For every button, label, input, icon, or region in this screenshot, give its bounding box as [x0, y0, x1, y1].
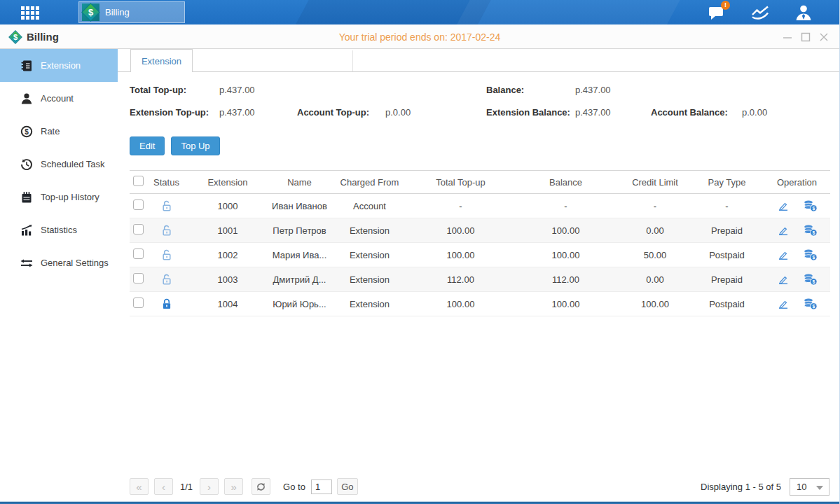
sidebar-item-label: Account: [41, 93, 74, 104]
statistics-chart-icon: [20, 224, 33, 237]
cell-credit-limit: 100.00: [620, 292, 690, 316]
column-header-charged-from[interactable]: Charged From: [329, 171, 410, 194]
top-up-coins-icon[interactable]: $: [804, 249, 818, 261]
svg-text:$: $: [812, 255, 815, 260]
edit-pencil-icon[interactable]: [777, 248, 790, 261]
column-header-operation[interactable]: Operation: [764, 171, 830, 194]
notifications-message-icon[interactable]: !: [708, 4, 726, 22]
notification-badge: !: [721, 1, 730, 10]
last-page-icon[interactable]: »: [224, 478, 243, 495]
total-topup-label: Total Top-up:: [130, 85, 186, 95]
account-topup-value: p.0.00: [385, 107, 411, 118]
table-header-row: Status Extension Name Charged From Total…: [130, 171, 830, 194]
top-up-coins-icon[interactable]: $: [804, 298, 818, 310]
row-checkbox[interactable]: [133, 200, 144, 210]
sidebar-item-rate[interactable]: $ Rate: [0, 115, 118, 148]
account-topup-label: Account Top-up:: [297, 107, 369, 118]
sidebar-item-extension[interactable]: Extension: [0, 49, 118, 82]
top-up-coins-icon[interactable]: $: [804, 225, 818, 237]
cell-charged-from: Extension: [329, 243, 410, 267]
reports-chart-icon[interactable]: [751, 4, 769, 22]
minimize-icon[interactable]: [782, 31, 793, 43]
next-page-icon[interactable]: ›: [200, 478, 219, 495]
maximize-icon[interactable]: [800, 31, 811, 43]
column-header-total-topup[interactable]: Total Top-up: [410, 171, 511, 194]
account-balance-label: Account Balance:: [651, 107, 728, 118]
account-person-icon: [20, 92, 33, 105]
topup-history-notepad-icon: [20, 191, 33, 204]
sidebar-item-account[interactable]: Account: [0, 82, 118, 115]
table-row[interactable]: 1004 Юрий Юрь... Extension 100.00 100.00…: [130, 292, 830, 316]
status-unlocked-icon: [161, 274, 172, 286]
row-checkbox[interactable]: [133, 248, 144, 259]
tab-strip: Extension: [118, 49, 839, 72]
svg-text:$: $: [812, 304, 815, 309]
sidebar-item-label: Scheduled Task: [41, 159, 105, 169]
sidebar-item-topup-history[interactable]: Top-up History: [0, 181, 118, 214]
rate-dollar-icon: $: [20, 125, 33, 138]
close-icon[interactable]: [818, 31, 829, 43]
trial-period-notice: Your trial period ends on: 2017-02-24: [0, 31, 839, 43]
sidebar-item-general-settings[interactable]: General Settings: [0, 246, 118, 279]
table-row[interactable]: 1003 Дмитрий Д... Extension 112.00 112.0…: [130, 267, 830, 292]
cell-charged-from: Account: [329, 194, 410, 218]
tab-extension[interactable]: Extension: [130, 49, 193, 72]
sidebar: Extension Account $ Rate: [0, 49, 118, 501]
select-all-checkbox[interactable]: [133, 176, 144, 186]
go-button[interactable]: Go: [337, 478, 358, 495]
status-locked-icon: [161, 298, 172, 310]
first-page-icon[interactable]: «: [130, 478, 149, 495]
page-size-value: 10: [797, 482, 806, 492]
edit-pencil-icon[interactable]: [777, 200, 790, 212]
edit-button[interactable]: Edit: [130, 136, 165, 155]
top-up-coins-icon[interactable]: $: [804, 274, 818, 286]
cell-pay-type: Postpaid: [690, 292, 764, 316]
main-content: Extension Total Top-up: p.437.00 Balance…: [118, 49, 839, 501]
column-header-pay-type[interactable]: Pay Type: [690, 171, 764, 194]
sidebar-item-statistics[interactable]: Statistics: [0, 214, 118, 246]
top-up-coins-icon[interactable]: $: [804, 200, 818, 212]
pagination-bar: « ‹ 1/1 › » Go to Go Displaying: [130, 477, 829, 496]
cell-extension: 1003: [186, 267, 270, 292]
cell-charged-from: Extension: [329, 267, 410, 292]
table-row[interactable]: 1002 Мария Ива... Extension 100.00 100.0…: [130, 243, 830, 267]
column-header-credit-limit[interactable]: Credit Limit: [620, 171, 690, 194]
window-controls: [782, 24, 829, 49]
goto-page-input[interactable]: [311, 479, 332, 494]
column-header-status[interactable]: Status: [147, 171, 186, 194]
cell-total-topup: 100.00: [410, 292, 511, 316]
row-checkbox[interactable]: [133, 273, 144, 284]
page-size-select[interactable]: 10: [790, 478, 829, 496]
cell-extension: 1000: [186, 194, 270, 218]
column-header-balance[interactable]: Balance: [511, 171, 620, 194]
billing-app-window: $ Billing !: [0, 0, 840, 504]
edit-pencil-icon[interactable]: [777, 298, 790, 310]
sidebar-item-label: Statistics: [41, 225, 77, 235]
refresh-icon[interactable]: [252, 478, 270, 495]
edit-pencil-icon[interactable]: [777, 273, 790, 286]
top-up-button[interactable]: Top Up: [171, 136, 219, 155]
column-header-extension[interactable]: Extension: [186, 171, 270, 194]
app-launcher-grid-icon[interactable]: [21, 6, 39, 20]
previous-page-icon[interactable]: ‹: [154, 478, 173, 495]
user-account-icon[interactable]: [794, 4, 813, 22]
taskbar: $ Billing !: [0, 0, 839, 24]
sidebar-item-label: Top-up History: [41, 192, 99, 202]
row-checkbox[interactable]: [133, 224, 144, 234]
cell-credit-limit: 0.00: [620, 218, 690, 243]
row-checkbox[interactable]: [133, 298, 144, 308]
taskbar-tab-billing[interactable]: $ Billing: [78, 1, 185, 23]
cell-name: Петр Петров: [270, 218, 329, 243]
svg-text:$: $: [25, 127, 29, 135]
cell-extension: 1002: [186, 243, 270, 267]
edit-pencil-icon[interactable]: [777, 224, 790, 237]
table-row[interactable]: 1000 Иван Иванов Account - - - -: [130, 194, 830, 218]
extension-balance-label: Extension Balance:: [486, 107, 570, 118]
cell-name: Иван Иванов: [270, 194, 329, 218]
cell-extension: 1001: [186, 218, 270, 243]
table-row[interactable]: 1001 Петр Петров Extension 100.00 100.00…: [130, 218, 830, 243]
extension-topup-label: Extension Top-up:: [130, 107, 209, 118]
column-header-name[interactable]: Name: [270, 171, 329, 194]
sidebar-item-scheduled-task[interactable]: Scheduled Task: [0, 148, 118, 181]
extension-table-body: 1000 Иван Иванов Account - - - -: [130, 194, 830, 316]
